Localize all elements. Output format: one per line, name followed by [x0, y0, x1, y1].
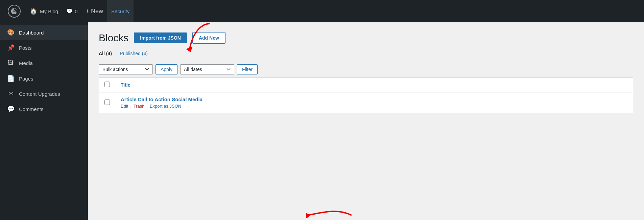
layout: 🎨 Dashboard 📌 Posts 🖼 Media 📄 Pages ✉ Co… — [0, 22, 644, 220]
title-sort-link[interactable]: Title — [121, 82, 130, 88]
header-checkbox-cell — [99, 78, 116, 92]
add-new-button[interactable]: Add New — [192, 32, 225, 44]
admin-bar-comments[interactable]: 💬 0 — [62, 8, 81, 14]
comments-count: 0 — [75, 8, 77, 14]
admin-bar: 🏠 My Blog 💬 0 + New Security — [0, 0, 644, 22]
block-title-link[interactable]: Article Call to Action Social Media — [121, 96, 202, 102]
dashboard-icon: 🎨 — [7, 28, 15, 37]
table-header-row: Title — [99, 78, 633, 92]
wp-logo-circle — [8, 5, 21, 18]
edit-link[interactable]: Edit — [121, 104, 128, 109]
content-upgrades-icon: ✉ — [7, 90, 15, 98]
sidebar-label-posts: Posts — [19, 44, 32, 51]
sidebar-item-comments[interactable]: 💬 Comments — [0, 102, 88, 117]
filter-links: All (4) | Published (4) — [99, 51, 633, 56]
export-json-link[interactable]: Export as JSON — [150, 104, 181, 109]
new-label: + New — [86, 8, 103, 15]
apply-button[interactable]: Apply — [156, 64, 177, 74]
toolbar: Bulk actions Edit Move to Trash Apply Al… — [99, 62, 633, 77]
admin-bar-site[interactable]: 🏠 My Blog — [26, 7, 62, 15]
header-title-cell: Title — [115, 78, 633, 92]
home-icon: 🏠 — [30, 7, 37, 15]
action-sep-2: | — [147, 104, 148, 109]
security-label: Security — [111, 8, 129, 14]
row-actions: Edit | Trash | Export as JSON — [121, 104, 627, 109]
table-row: Article Call to Action Social Media Edit… — [99, 92, 633, 113]
filter-separator: | — [115, 51, 117, 56]
action-sep-1: | — [130, 104, 131, 109]
bulk-actions-select[interactable]: Bulk actions Edit Move to Trash — [99, 64, 153, 74]
sidebar: 🎨 Dashboard 📌 Posts 🖼 Media 📄 Pages ✉ Co… — [0, 22, 88, 220]
main-content: Blocks Import from JSON Add New All (4) … — [88, 22, 644, 220]
filter-published-link[interactable]: Published (4) — [120, 51, 148, 56]
sidebar-label-dashboard: Dashboard — [19, 29, 44, 36]
arrow-annotation-2 — [304, 202, 358, 220]
site-name-label: My Blog — [40, 8, 58, 14]
svg-marker-1 — [306, 213, 310, 219]
sidebar-label-media: Media — [19, 60, 33, 67]
select-all-checkbox[interactable] — [104, 82, 110, 87]
trash-link[interactable]: Trash — [134, 104, 145, 109]
media-icon: 🖼 — [7, 59, 15, 67]
page-title: Blocks — [99, 32, 128, 44]
row-title-cell: Article Call to Action Social Media Edit… — [115, 92, 633, 113]
sidebar-item-dashboard[interactable]: 🎨 Dashboard — [0, 25, 88, 40]
comment-icon: 💬 — [66, 8, 73, 14]
sidebar-label-pages: Pages — [19, 75, 33, 82]
row-checkbox[interactable] — [104, 100, 110, 105]
admin-bar-new[interactable]: + New — [82, 8, 108, 15]
sidebar-label-comments: Comments — [19, 106, 44, 113]
posts-icon: 📌 — [7, 44, 15, 52]
all-dates-select[interactable]: All dates — [180, 64, 234, 74]
wp-logo[interactable] — [5, 2, 23, 20]
sidebar-item-posts[interactable]: 📌 Posts — [0, 40, 88, 56]
page-header: Blocks Import from JSON Add New — [99, 32, 633, 44]
sidebar-label-content-upgrades: Content Upgrades — [19, 90, 60, 97]
sidebar-item-pages[interactable]: 📄 Pages — [0, 71, 88, 86]
row-checkbox-cell — [99, 92, 116, 113]
pages-icon: 📄 — [7, 74, 15, 83]
blocks-table: Title Article Call to Action Social Medi… — [99, 77, 633, 113]
sidebar-item-media[interactable]: 🖼 Media — [0, 56, 88, 71]
comments-icon: 💬 — [7, 105, 15, 113]
admin-bar-security[interactable]: Security — [107, 0, 134, 22]
filter-all-label: All (4) — [99, 51, 113, 56]
import-from-json-button[interactable]: Import from JSON — [134, 32, 187, 43]
sidebar-item-content-upgrades[interactable]: ✉ Content Upgrades — [0, 86, 88, 102]
filter-button[interactable]: Filter — [237, 64, 258, 74]
